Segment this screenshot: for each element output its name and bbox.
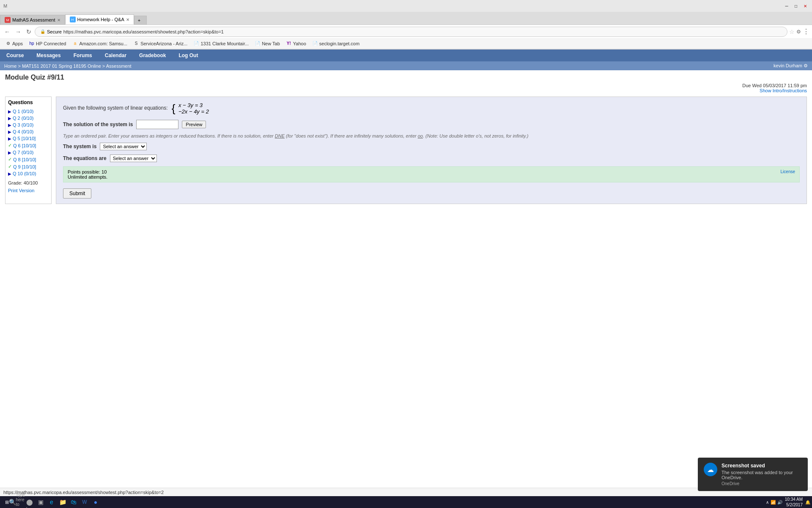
nav-logout[interactable]: Log Out [172, 50, 204, 61]
breadcrumb: Home > MAT151 2017 01 Spring 18195 Onlin… [4, 64, 132, 69]
question-item-q1[interactable]: ▶ Q 1 (0/10) [8, 108, 49, 115]
address-input[interactable]: 🔒 Secure https://mathas.pvc.maricopa.edu… [35, 27, 787, 37]
q8-check-icon: ✓ [8, 157, 12, 162]
nav-calendar[interactable]: Calendar [99, 50, 133, 61]
print-version-link[interactable]: Print Version [8, 188, 49, 193]
user-gear-icon: ⚙ [804, 63, 808, 68]
q1-arrow-icon: ▶ [8, 109, 11, 114]
bookmark-star[interactable]: ☆ [789, 28, 795, 35]
secure-label: Secure [47, 29, 62, 34]
nav-messages[interactable]: Messages [30, 50, 67, 61]
equations-block: x − 3y = 3 −2x − 4y = 2 [178, 102, 209, 115]
show-intro-anchor[interactable]: Show Intro/Instructions [760, 88, 807, 93]
bookmark-hp-label: HP Connected [36, 41, 66, 46]
nav-gradebook[interactable]: Gradebook [133, 50, 172, 61]
doc-icon-newtab: 📄 [255, 41, 261, 47]
q9-label: Q 9 [10/10] [13, 164, 36, 169]
q7-arrow-icon: ▶ [8, 150, 11, 155]
bookmark-1331[interactable]: 📄 1331 Clarke Mountair... [191, 40, 251, 47]
bookmark-service-az-label: ServiceArizona - Ariz... [140, 41, 187, 46]
title-bar-left: M [3, 3, 7, 8]
system-dropdown[interactable]: Select an answer Consistent Inconsistent… [100, 143, 147, 150]
browser-chrome: M ─ □ ✕ M MathAS Assessment ✕ H Homework… [0, 0, 812, 50]
nav-forums[interactable]: Forums [67, 50, 99, 61]
course-navigation: Course Messages Forums Calendar Gradeboo… [0, 50, 812, 61]
bookmark-amazon-label: Amazon.com: Samsu... [79, 41, 127, 46]
bookmark-new-tab[interactable]: 📄 New Tab [252, 40, 283, 47]
q9-check-icon: ✓ [8, 164, 12, 169]
attempts-label: Unlimited attempts. [68, 174, 107, 179]
tab-favicon-mathas: M [5, 17, 11, 23]
preview-button[interactable]: Preview [182, 121, 206, 128]
extension-icon: ⚙ [796, 29, 801, 35]
q4-arrow-icon: ▶ [8, 130, 11, 134]
question-item-q6[interactable]: ✓ Q 6 [10/10] [8, 142, 49, 149]
close-button[interactable]: ✕ [802, 3, 809, 9]
question-item-q2[interactable]: ▶ Q 2 (0/10) [8, 115, 49, 121]
tab-favicon-homework: H [70, 17, 76, 22]
q7-label: Q 7 (0/10) [13, 150, 34, 155]
yahoo-icon: Y! [286, 41, 292, 47]
tab-mathas[interactable]: M MathAS Assessment ✕ [0, 15, 65, 25]
q10-label: Q 10 (0/10) [13, 171, 36, 176]
window-icon: M [3, 3, 7, 8]
nav-course[interactable]: Course [0, 50, 30, 61]
menu-button[interactable]: ⋮ [803, 28, 809, 36]
minimize-button[interactable]: ─ [783, 3, 790, 9]
secure-icon: 🔒 [40, 29, 45, 34]
bookmark-amazon[interactable]: a Amazon.com: Samsu... [69, 40, 130, 47]
question-item-q10[interactable]: ▶ Q 10 (0/10) [8, 170, 49, 177]
question-prompt-text: Given the following system of linear equ… [63, 105, 167, 111]
q1-label: Q 1 (0/10) [13, 109, 34, 114]
bookmark-1331-label: 1331 Clarke Mountair... [200, 41, 249, 46]
solution-input[interactable] [136, 120, 178, 129]
submit-area: Submit [63, 188, 800, 199]
q8-label: Q 8 [10/10] [13, 157, 36, 162]
reload-button[interactable]: ↻ [25, 28, 33, 36]
equations-dropdown[interactable]: Select an answer Independent Dependent E… [110, 155, 157, 162]
dne-text: DNE [275, 133, 285, 138]
license-link[interactable]: License [781, 169, 795, 174]
q4-label: Q 4 (0/10) [13, 129, 34, 134]
equation-prompt-row: Given the following system of linear equ… [63, 102, 800, 115]
title-bar: M ─ □ ✕ [0, 0, 812, 12]
tab-close-homework[interactable]: ✕ [126, 17, 129, 22]
question-item-q7[interactable]: ▶ Q 7 (0/10) [8, 149, 49, 156]
brace-symbol: { [172, 102, 176, 115]
question-item-q4[interactable]: ▶ Q 4 (0/10) [8, 128, 49, 135]
bookmark-hp-connected[interactable]: hp HP Connected [26, 40, 69, 47]
forward-button[interactable]: → [14, 28, 23, 36]
tab-homework[interactable]: H Homework Help - Q&A ✕ [65, 14, 134, 25]
restore-button[interactable]: □ [793, 3, 799, 9]
hint-text: Type an ordered pair. Enter your answers… [63, 133, 800, 138]
q10-arrow-icon: ▶ [8, 171, 11, 176]
system-select-row: The system is Select an answer Consisten… [63, 143, 800, 150]
question-item-q3[interactable]: ▶ Q 3 (0/10) [8, 121, 49, 128]
user-name-label: kevin Durham [774, 63, 802, 68]
question-item-q8[interactable]: ✓ Q 8 [10/10] [8, 156, 49, 163]
bookmark-seclogin[interactable]: 📄 seclogin.target.com [310, 40, 362, 47]
q6-label: Q 6 [10/10] [13, 143, 36, 148]
tab-new[interactable]: + [134, 16, 147, 25]
grade-display: Grade: 40/100 [8, 180, 49, 185]
system-label: The system is [63, 144, 96, 149]
bookmark-new-tab-label: New Tab [262, 41, 280, 46]
show-intro-link[interactable]: Show Intro/Instructions [760, 88, 807, 93]
q3-arrow-icon: ▶ [8, 123, 11, 127]
oo-text: oo [418, 133, 423, 138]
back-button[interactable]: ← [3, 28, 12, 36]
bookmark-service-az[interactable]: S ServiceArizona - Ariz... [131, 40, 190, 47]
tab-label-mathas: MathAS Assessment [12, 17, 55, 22]
question-content-area: Given the following system of linear equ… [56, 97, 807, 204]
question-item-q5[interactable]: ▶ Q 5 [10/10] [8, 135, 49, 142]
tab-close-mathas[interactable]: ✕ [57, 18, 60, 22]
bookmark-seclogin-label: seclogin.target.com [319, 41, 359, 46]
bookmark-apps[interactable]: ⚙ Apps [3, 40, 25, 47]
solution-label: The solution of the system is [63, 121, 133, 127]
q3-label: Q 3 (0/10) [13, 122, 34, 127]
q5-arrow-icon: ▶ [8, 136, 11, 141]
bookmark-yahoo[interactable]: Y! Yahoo [283, 40, 309, 47]
title-bar-controls: ─ □ ✕ [783, 3, 809, 9]
question-item-q9[interactable]: ✓ Q 9 [10/10] [8, 163, 49, 170]
submit-button[interactable]: Submit [63, 188, 91, 199]
